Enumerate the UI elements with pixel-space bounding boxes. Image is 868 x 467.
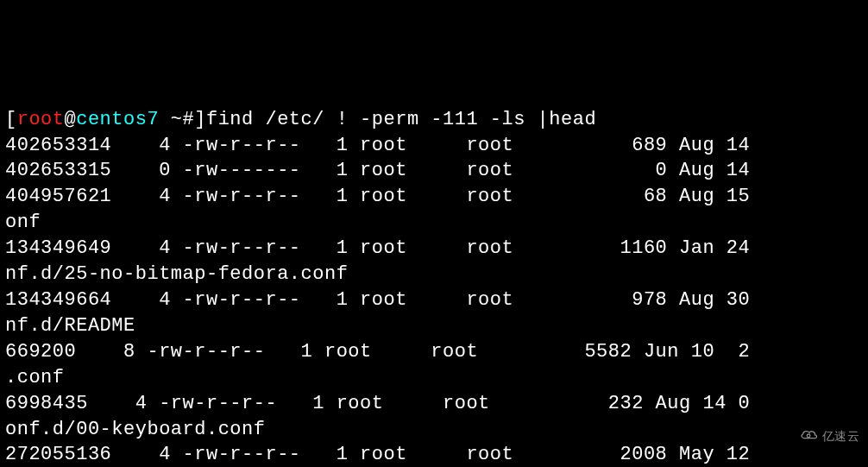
output-line: 404957621 4 -rw-r--r-- 1 root root 68 Au… xyxy=(5,186,750,207)
output-line: 402653315 0 -rw------- 1 root root 0 Aug… xyxy=(5,160,750,181)
terminal-prompt[interactable]: [root@centos7 ~#]find /etc/ ! -perm -111… xyxy=(5,109,596,130)
output-line: 272055136 4 -rw-r--r-- 1 root root 2008 … xyxy=(5,444,750,465)
prompt-path: ~# xyxy=(171,109,194,130)
watermark: 亿速云 xyxy=(784,411,859,462)
output-line: 134349664 4 -rw-r--r-- 1 root root 978 A… xyxy=(5,289,750,311)
output-line: 6998435 4 -rw-r--r-- 1 root root 232 Aug… xyxy=(5,393,750,414)
cloud-icon xyxy=(784,411,819,462)
command-text: find /etc/ ! -perm -111 -ls |head xyxy=(206,109,596,130)
output-line: nf.d/25-no-bitmap-fedora.conf xyxy=(5,263,348,285)
output-line: nf.d/README xyxy=(5,315,135,337)
prompt-at: @ xyxy=(65,109,77,130)
prompt-host: centos7 xyxy=(76,109,159,130)
output-line: 402653314 4 -rw-r--r-- 1 root root 689 A… xyxy=(5,135,750,156)
output-line: onf.d/00-keyboard.conf xyxy=(5,419,265,440)
output-line: 134349649 4 -rw-r--r-- 1 root root 1160 … xyxy=(5,237,750,259)
output-line: onf xyxy=(5,211,41,233)
output-line: .conf xyxy=(5,367,65,388)
prompt-user: root xyxy=(17,109,65,130)
svg-point-0 xyxy=(807,434,810,438)
bracket-open: [ xyxy=(5,109,17,130)
watermark-text: 亿速云 xyxy=(822,428,860,445)
output-line: 669200 8 -rw-r--r-- 1 root root 5582 Jun… xyxy=(5,341,750,363)
bracket-close: ] xyxy=(194,109,206,130)
